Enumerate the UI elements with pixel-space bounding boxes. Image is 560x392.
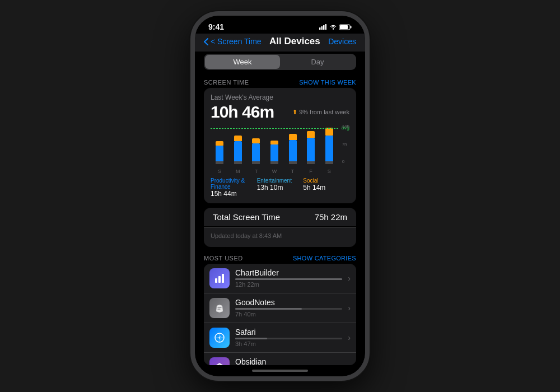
bar-chart: avg 14h 7h 0 <box>211 124 349 174</box>
cat-social-value: 5h 14m <box>303 184 349 192</box>
x-t2: T <box>287 169 298 174</box>
phone-screen: 9:41 <box>195 16 365 376</box>
total-time: 10h 46m <box>211 102 274 122</box>
y-label-14h: 14h <box>342 124 349 129</box>
bar-s2-orange <box>325 128 333 136</box>
svg-rect-7 <box>215 278 217 283</box>
bar-t1-orange <box>252 138 260 143</box>
obsidian-info: Obsidian 3h 2m <box>235 357 342 365</box>
chartbuilder-chevron-icon: › <box>348 274 351 283</box>
status-icons <box>319 24 352 30</box>
bar-f <box>305 131 316 164</box>
wifi-icon <box>329 24 337 30</box>
chartbuilder-icon <box>209 268 230 288</box>
back-chevron-icon <box>204 38 208 45</box>
list-item[interactable]: GoodNotes 7h 40m › <box>204 293 356 323</box>
bar-s2 <box>324 128 335 164</box>
notch <box>258 16 302 28</box>
bar-m-orange <box>234 136 242 141</box>
signal-icon <box>319 24 327 30</box>
bar-t2-gray <box>289 161 297 164</box>
cat-entertainment-name: Entertainment <box>257 178 304 184</box>
devices-button[interactable]: Devices <box>328 37 356 46</box>
safari-bar <box>235 338 342 339</box>
y-label-7h: 7h <box>342 142 349 147</box>
goodnotes-bar <box>235 308 342 310</box>
day-tab[interactable]: Day <box>280 55 355 69</box>
svg-rect-6 <box>351 26 352 28</box>
home-bar <box>252 370 308 372</box>
bar-w-orange <box>270 141 278 144</box>
cat-entertainment[interactable]: Entertainment 13h 10m <box>257 178 304 198</box>
screen-time-card: Last Week's Average 10h 46m ⬆ 9% from la… <box>204 88 356 203</box>
screen-time-label: SCREEN TIME <box>204 79 249 86</box>
list-item[interactable]: Obsidian 3h 2m › <box>204 353 356 366</box>
safari-icon <box>209 328 230 348</box>
cat-productivity-name: Productivity & Finance <box>211 178 257 190</box>
safari-name: Safari <box>235 328 342 337</box>
list-item[interactable]: Safari 3h 47m › <box>204 323 356 353</box>
bar-t2 <box>287 134 298 164</box>
bar-w <box>269 141 280 164</box>
safari-bar-fill <box>235 338 267 339</box>
safari-time: 3h 47m <box>235 340 342 347</box>
bar-groups <box>211 124 338 164</box>
most-used-header: MOST USED SHOW CATEGORIES <box>195 251 365 264</box>
goodnotes-icon <box>209 298 230 318</box>
bar-s2-blue <box>325 136 333 161</box>
y-label-0: 0 <box>342 159 349 164</box>
chartbuilder-name: ChartBuilder <box>235 268 342 277</box>
bar-m-gray <box>234 161 242 164</box>
home-indicator[interactable] <box>195 365 365 376</box>
y-axis-labels: 14h 7h 0 <box>342 124 349 164</box>
svg-rect-2 <box>323 25 325 30</box>
chartbuilder-app-icon <box>214 273 225 284</box>
x-s: S <box>214 169 225 174</box>
chartbuilder-info: ChartBuilder 12h 22m <box>235 268 342 288</box>
goodnotes-info: GoodNotes 7h 40m <box>235 298 342 318</box>
phone-frame: 9:41 <box>190 11 370 381</box>
app-list: ChartBuilder 12h 22m › <box>204 264 356 366</box>
x-w: W <box>269 169 280 174</box>
chartbuilder-time: 12h 22m <box>235 281 342 288</box>
bar-s-blue <box>216 146 223 161</box>
svg-rect-3 <box>325 24 327 30</box>
bar-m-blue <box>234 141 242 161</box>
bar-t2-orange <box>289 134 297 140</box>
svg-rect-0 <box>319 27 321 30</box>
updated-text: Updated today at 8:43 AM <box>211 232 282 240</box>
chartbuilder-bar-fill <box>235 278 342 280</box>
bar-t1 <box>250 138 262 164</box>
show-this-week-button[interactable]: SHOW THIS WEEK <box>299 79 356 86</box>
time-row: 10h 46m ⬆ 9% from last week <box>211 102 349 122</box>
bar-s <box>214 141 225 164</box>
bar-f-blue <box>307 138 315 161</box>
cat-entertainment-value: 13h 10m <box>257 184 304 192</box>
svg-rect-9 <box>222 274 224 283</box>
goodnotes-app-icon <box>214 302 225 314</box>
status-time: 9:41 <box>208 22 224 31</box>
bar-m <box>232 136 244 164</box>
x-s2: S <box>324 169 335 174</box>
avg-line <box>211 128 338 129</box>
divider <box>195 247 365 251</box>
bar-s-orange <box>216 141 223 146</box>
week-tab[interactable]: Week <box>205 55 280 69</box>
nav-title: All Devices <box>269 36 320 47</box>
cat-productivity-value: 15h 44m <box>211 190 257 198</box>
x-m: M <box>232 169 244 174</box>
segmented-control: Week Day <box>204 54 356 70</box>
obsidian-icon <box>209 357 230 366</box>
chartbuilder-bar <box>235 278 342 280</box>
show-categories-button[interactable]: SHOW CATEGORIES <box>293 255 356 262</box>
battery-icon <box>339 24 352 30</box>
back-button[interactable]: < Screen Time <box>204 37 262 46</box>
list-item[interactable]: ChartBuilder 12h 22m › <box>204 264 356 293</box>
cat-social[interactable]: Social 5h 14m <box>303 178 349 198</box>
goodnotes-time: 7h 40m <box>235 311 342 318</box>
safari-info: Safari 3h 47m <box>235 328 342 347</box>
bar-t1-blue <box>252 143 260 161</box>
most-used-label: MOST USED <box>204 255 243 262</box>
cat-productivity[interactable]: Productivity & Finance 15h 44m <box>211 178 257 198</box>
category-row: Productivity & Finance 15h 44m Entertain… <box>211 178 349 198</box>
